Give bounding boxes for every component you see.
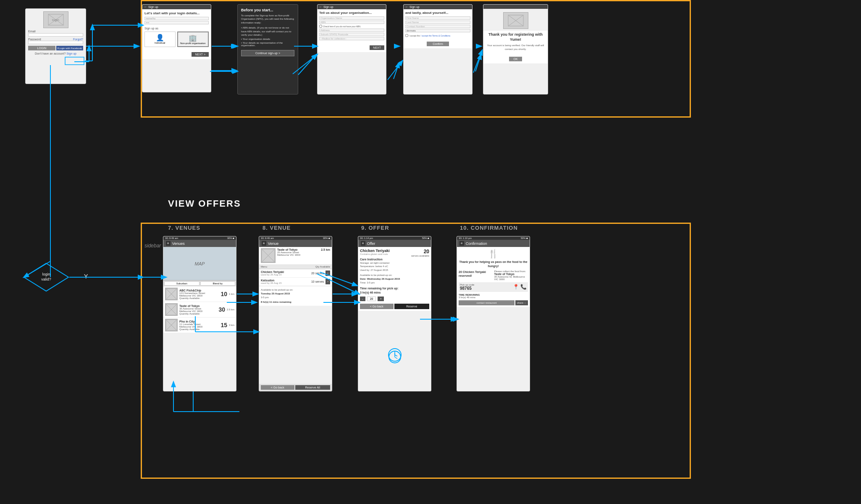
offer1-row[interactable]: Chicken Teriyaki used by 25 Aug 15 20 se…	[259, 269, 332, 277]
confirm-heading: Thank you for helping us pass on the foo…	[459, 260, 528, 268]
offer1-serves: 20 serves	[311, 272, 324, 275]
logo-placeholder: login	[43, 11, 68, 28]
step5-about-phone: ← Sign up and lastly, about yourself... …	[403, 4, 472, 94]
forgot-link[interactable]: Forgot?	[73, 38, 83, 41]
step8-label: 8. VENUE	[262, 225, 291, 231]
venue3-row[interactable]: Pho in City 11 Lonsdale StreetMelbourne …	[163, 318, 236, 333]
venue-pickup-time: 3-5 pm	[261, 296, 330, 299]
before-start-body: To complete the Sign-up form as Non-prof…	[241, 14, 294, 24]
offer-item-name: Chicken Teriyaki	[360, 249, 390, 253]
login-button[interactable]: LOGIN	[28, 46, 55, 50]
step9-label: 9. OFFER	[361, 225, 389, 231]
dermots-input[interactable]: dermots	[405, 29, 470, 32]
abn-check[interactable]: Check here if you do not have your ABN.	[319, 25, 384, 28]
qty-minus-btn[interactable]: -	[360, 297, 365, 301]
fb-login-button[interactable]: f Login with Facebook	[56, 46, 83, 50]
offer-back-btn[interactable]: < Go back	[360, 304, 394, 309]
offer2-arrow[interactable]: ›	[326, 279, 330, 284]
phone-icon: 📞	[520, 284, 527, 290]
org-address-input[interactable]: Address	[319, 29, 384, 32]
confirm-content-row: 20 Chicken Teriyaki reserved! Please col…	[459, 270, 528, 281]
before-start-bullet1: • ABN details. (If you do not know or do…	[241, 26, 294, 37]
sidebar-label: sidebar	[144, 243, 161, 249]
step5-title: Sign up	[410, 5, 420, 8]
venue-statusbar: 3G 9:49 am30% ■	[259, 236, 332, 240]
email-label: Email	[28, 30, 83, 33]
venue-bottom-btns: < Go back Reserve All	[259, 384, 332, 391]
contact-num-input[interactable]: Contact Number	[405, 25, 470, 28]
svg-line-11	[394, 63, 399, 79]
qty-plus-btn[interactable]: +	[378, 297, 384, 301]
before-start-bullet3: • Your details as representative of the …	[241, 42, 294, 47]
offer-date: Date: Wednesday 26 August 2015	[360, 277, 429, 281]
back-icon-2[interactable]: ←	[144, 5, 147, 8]
step10-confirmation-phone: 3G 1:10 pm50% ■ ≡ Confirmation 🍴 Thank y…	[457, 236, 530, 391]
nonprofit-option[interactable]: 🏢 Non-profit organisation	[177, 32, 209, 47]
venue-menu-icon[interactable]: ≡	[262, 241, 266, 246]
offer-reserve-btn[interactable]: Reserve	[394, 304, 430, 309]
offer-item-header: Chicken Teriyaki Contains gluten and nut…	[360, 249, 429, 257]
thankyou-heading: Thank you for registering with Yume!	[487, 32, 544, 42]
org-heading: Tell us about your organisation...	[319, 11, 384, 15]
terms-check[interactable]: I accept the I accept the Terms & Condit…	[405, 34, 470, 37]
step2-title: Sign up	[148, 5, 158, 8]
email-input[interactable]	[28, 33, 83, 37]
password-input[interactable]	[28, 41, 83, 44]
continue-btn[interactable]: Continue sign-up >	[241, 50, 294, 56]
venue-back-btn[interactable]: < Go back	[261, 385, 294, 390]
org-next-btn[interactable]: NEXT	[370, 45, 384, 50]
org-abn-input[interactable]: ABN	[319, 21, 384, 24]
care-heading: Care Instruction	[360, 258, 429, 261]
individual-option[interactable]: 👤 Individual	[144, 32, 176, 47]
contact-restaurant-btn[interactable]: contact restaurant	[459, 300, 514, 305]
venue2-row[interactable]: Taste of Tokyo 35 Awesome StreetMelbourn…	[163, 302, 236, 318]
step2-signup-phone: ← Sign up Let's start with your login de…	[142, 4, 211, 92]
confirm-reserved: 20 Chicken Teriyaki reserved!	[459, 270, 493, 281]
no-account-text: Don't have an account? Sign up	[28, 52, 83, 55]
venues-statusbar: 3G 9:49 am30% ■	[163, 236, 236, 240]
confirm-btn[interactable]: Confirm	[427, 42, 449, 46]
last-name-input[interactable]: Last Name	[405, 21, 470, 24]
venue1-row[interactable]: ABC Fish&Chip 123 Somewhere StreetMelbou…	[163, 286, 236, 302]
offer-menu-icon[interactable]: ≡	[361, 241, 365, 246]
org-name-input[interactable]: Organisation Name	[319, 16, 384, 20]
offer1-arrow[interactable]: ›	[326, 270, 330, 276]
yes-label: Y	[84, 273, 88, 280]
share-btn[interactable]: share →	[515, 300, 528, 305]
first-name-input[interactable]: First Name	[405, 16, 470, 20]
signup-link[interactable]: Sign up	[66, 52, 76, 55]
offer2-serves: 10 serves	[311, 280, 324, 283]
care-instruction: Care Instruction Storage: air-tight cont…	[360, 258, 429, 272]
signup-name-input[interactable]: name/hu	[144, 17, 209, 20]
care-body: Storage: air-tight containerTemperature:…	[360, 261, 429, 272]
venue1-dist: 1 km	[229, 293, 234, 295]
venues-menu-icon[interactable]: ≡	[166, 241, 171, 246]
venue-pickup-date: Tuesday 25 August 2015	[261, 292, 330, 296]
offer2-row[interactable]: Katsudon used by 26 Aug 15 10 serves ›	[259, 277, 332, 286]
offer-statusbar: 3G 1:14 pm50% ■	[358, 236, 431, 240]
venues-filters[interactable]: Suburban Blend by	[163, 281, 236, 286]
back-icon-5[interactable]: ←	[405, 5, 408, 8]
filter-suburban[interactable]: Suburban	[164, 281, 200, 286]
venue3-addr: 11 Lonsdale StreetMelbourne VIC 3000	[179, 323, 219, 328]
filter-blend[interactable]: Blend by	[200, 281, 236, 286]
confirm-menu-icon[interactable]: ≡	[459, 241, 464, 246]
confirm-titlebar: ≡ Confirmation	[457, 240, 530, 247]
org-radius-select[interactable]: --Radius for collection--	[319, 37, 384, 40]
org-suburb-input[interactable]: Suburb STATE Postcode	[319, 33, 384, 36]
signup-pass-input[interactable]: ••••	[144, 21, 209, 24]
step1-login-phone: login Email Password Forgot? LOGIN f Log…	[25, 8, 86, 84]
confirm-statusbar: 3G 1:10 pm50% ■	[457, 236, 530, 240]
offer-serves-label: serves available	[411, 255, 429, 257]
venue2-qty: 30	[218, 306, 225, 313]
individual-label: Individual	[147, 42, 173, 44]
offer-qty-control: - 20 +	[360, 297, 429, 301]
next-btn-2[interactable]: NEXT >	[192, 52, 209, 57]
venues-titlebar: ≡ Venues	[163, 240, 236, 247]
venue-reserve-btn[interactable]: Reserve All	[295, 385, 331, 390]
ok-btn[interactable]: OK	[509, 57, 522, 61]
back-icon-4[interactable]: ←	[319, 5, 322, 8]
offer-pickup-info: Available to be picked-up on: Date: Wedn…	[360, 273, 429, 285]
terms-link[interactable]: I accept the Terms & Conditions	[421, 34, 451, 37]
thankyou-logo	[503, 12, 528, 29]
